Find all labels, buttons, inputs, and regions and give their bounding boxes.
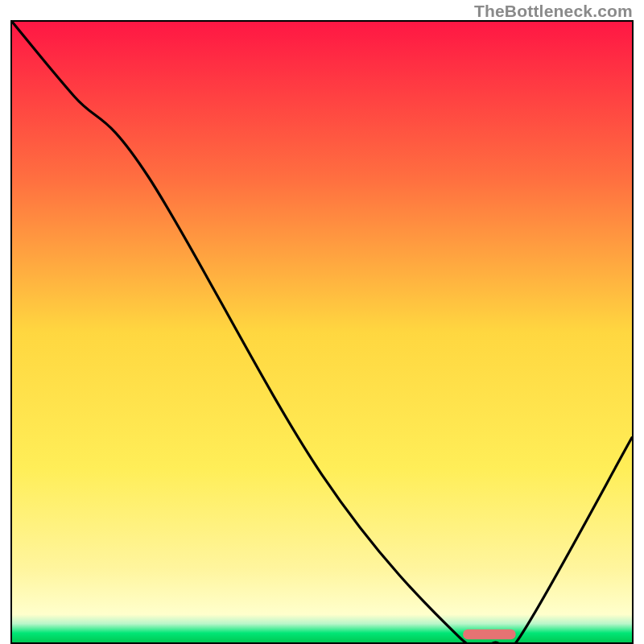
chart-background xyxy=(12,22,632,642)
watermark-text: TheBottleneck.com xyxy=(474,2,633,21)
chart-frame xyxy=(10,20,634,644)
chart-plot xyxy=(12,22,632,642)
chart-marker xyxy=(463,630,515,639)
